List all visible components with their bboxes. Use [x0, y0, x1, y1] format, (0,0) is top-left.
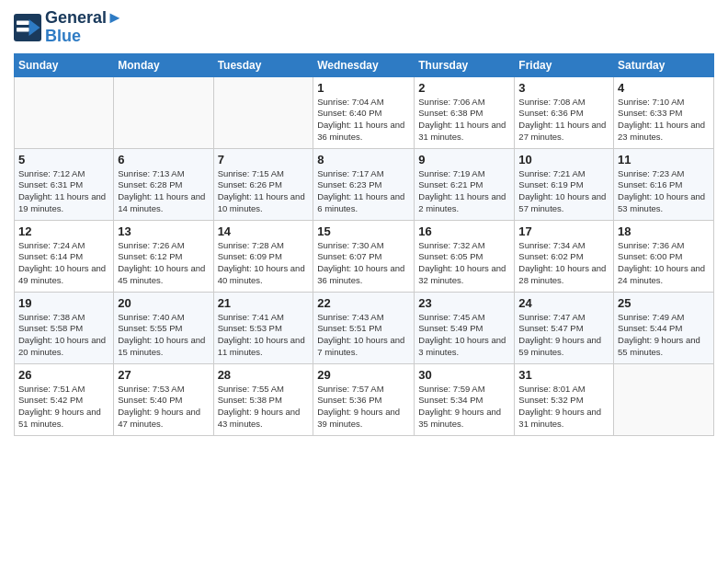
- day-number: 21: [218, 296, 310, 310]
- calendar-cell: 1Sunrise: 7:04 AM Sunset: 6:40 PM Daylig…: [313, 76, 415, 148]
- calendar-cell: 3Sunrise: 7:08 AM Sunset: 6:36 PM Daylig…: [515, 76, 614, 148]
- day-info: Sunrise: 7:57 AM Sunset: 5:36 PM Dayligh…: [317, 384, 410, 431]
- calendar-cell: [15, 76, 114, 148]
- day-number: 14: [218, 224, 310, 238]
- weekday-header-saturday: Saturday: [614, 53, 714, 76]
- calendar-cell: 5Sunrise: 7:12 AM Sunset: 6:31 PM Daylig…: [15, 148, 114, 220]
- day-number: 29: [317, 368, 410, 382]
- day-info: Sunrise: 7:34 AM Sunset: 6:02 PM Dayligh…: [518, 240, 609, 287]
- day-info: Sunrise: 7:41 AM Sunset: 5:53 PM Dayligh…: [218, 312, 310, 359]
- day-info: Sunrise: 7:08 AM Sunset: 6:36 PM Dayligh…: [518, 97, 609, 144]
- day-info: Sunrise: 7:13 AM Sunset: 6:28 PM Dayligh…: [118, 168, 209, 215]
- day-number: 28: [218, 368, 310, 382]
- calendar-cell: 10Sunrise: 7:21 AM Sunset: 6:19 PM Dayli…: [515, 148, 614, 220]
- week-row-1: 1Sunrise: 7:04 AM Sunset: 6:40 PM Daylig…: [15, 76, 714, 148]
- day-number: 13: [118, 224, 209, 238]
- calendar-cell: 13Sunrise: 7:26 AM Sunset: 6:12 PM Dayli…: [114, 220, 213, 292]
- week-row-4: 19Sunrise: 7:38 AM Sunset: 5:58 PM Dayli…: [15, 292, 714, 363]
- day-info: Sunrise: 7:23 AM Sunset: 6:16 PM Dayligh…: [618, 168, 710, 215]
- day-number: 18: [618, 224, 710, 238]
- week-row-5: 26Sunrise: 7:51 AM Sunset: 5:42 PM Dayli…: [15, 363, 714, 435]
- day-number: 26: [18, 368, 109, 382]
- calendar-cell: 29Sunrise: 7:57 AM Sunset: 5:36 PM Dayli…: [313, 363, 415, 435]
- calendar-cell: 18Sunrise: 7:36 AM Sunset: 6:00 PM Dayli…: [614, 220, 714, 292]
- weekday-header-wednesday: Wednesday: [313, 53, 415, 76]
- calendar-cell: 21Sunrise: 7:41 AM Sunset: 5:53 PM Dayli…: [213, 292, 313, 363]
- day-number: 5: [18, 153, 109, 167]
- day-info: Sunrise: 7:19 AM Sunset: 6:21 PM Dayligh…: [418, 168, 510, 215]
- weekday-header-sunday: Sunday: [15, 53, 114, 76]
- day-number: 24: [518, 296, 609, 310]
- calendar-cell: 28Sunrise: 7:55 AM Sunset: 5:38 PM Dayli…: [213, 363, 313, 435]
- calendar-cell: 22Sunrise: 7:43 AM Sunset: 5:51 PM Dayli…: [313, 292, 415, 363]
- logo-icon: [14, 14, 41, 41]
- calendar-cell: [114, 76, 213, 148]
- calendar-cell: 2Sunrise: 7:06 AM Sunset: 6:38 PM Daylig…: [415, 76, 515, 148]
- day-info: Sunrise: 7:06 AM Sunset: 6:38 PM Dayligh…: [418, 97, 510, 144]
- day-info: Sunrise: 7:59 AM Sunset: 5:34 PM Dayligh…: [418, 384, 510, 431]
- weekday-header-row: SundayMondayTuesdayWednesdayThursdayFrid…: [15, 53, 714, 76]
- day-info: Sunrise: 7:38 AM Sunset: 5:58 PM Dayligh…: [18, 312, 109, 359]
- day-info: Sunrise: 7:30 AM Sunset: 6:07 PM Dayligh…: [317, 240, 410, 287]
- day-number: 7: [218, 153, 310, 167]
- day-number: 27: [118, 368, 209, 382]
- day-number: 8: [317, 153, 410, 167]
- day-info: Sunrise: 7:55 AM Sunset: 5:38 PM Dayligh…: [218, 384, 310, 431]
- calendar-cell: 20Sunrise: 7:40 AM Sunset: 5:55 PM Dayli…: [114, 292, 213, 363]
- day-number: 6: [118, 153, 209, 167]
- page-container: General► Blue SundayMondayTuesdayWednesd…: [0, 0, 728, 445]
- calendar-cell: 9Sunrise: 7:19 AM Sunset: 6:21 PM Daylig…: [415, 148, 515, 220]
- day-number: 30: [418, 368, 510, 382]
- day-info: Sunrise: 7:45 AM Sunset: 5:49 PM Dayligh…: [418, 312, 510, 359]
- weekday-header-thursday: Thursday: [415, 53, 515, 76]
- day-number: 3: [518, 81, 609, 95]
- day-number: 16: [418, 224, 510, 238]
- calendar-cell: 19Sunrise: 7:38 AM Sunset: 5:58 PM Dayli…: [15, 292, 114, 363]
- day-info: Sunrise: 7:36 AM Sunset: 6:00 PM Dayligh…: [618, 240, 710, 287]
- calendar-table: SundayMondayTuesdayWednesdayThursdayFrid…: [14, 53, 714, 436]
- weekday-header-tuesday: Tuesday: [213, 53, 313, 76]
- calendar-cell: 12Sunrise: 7:24 AM Sunset: 6:14 PM Dayli…: [15, 220, 114, 292]
- day-number: 19: [18, 296, 109, 310]
- day-number: 20: [118, 296, 209, 310]
- logo: General► Blue: [14, 9, 123, 46]
- calendar-cell: 4Sunrise: 7:10 AM Sunset: 6:33 PM Daylig…: [614, 76, 714, 148]
- calendar-cell: 31Sunrise: 8:01 AM Sunset: 5:32 PM Dayli…: [515, 363, 614, 435]
- day-info: Sunrise: 7:43 AM Sunset: 5:51 PM Dayligh…: [317, 312, 410, 359]
- calendar-cell: [213, 76, 313, 148]
- day-info: Sunrise: 7:28 AM Sunset: 6:09 PM Dayligh…: [218, 240, 310, 287]
- calendar-cell: 26Sunrise: 7:51 AM Sunset: 5:42 PM Dayli…: [15, 363, 114, 435]
- day-number: 22: [317, 296, 410, 310]
- calendar-cell: 11Sunrise: 7:23 AM Sunset: 6:16 PM Dayli…: [614, 148, 714, 220]
- calendar-cell: 8Sunrise: 7:17 AM Sunset: 6:23 PM Daylig…: [313, 148, 415, 220]
- calendar-cell: 16Sunrise: 7:32 AM Sunset: 6:05 PM Dayli…: [415, 220, 515, 292]
- day-number: 9: [418, 153, 510, 167]
- day-info: Sunrise: 7:17 AM Sunset: 6:23 PM Dayligh…: [317, 168, 410, 215]
- day-info: Sunrise: 7:32 AM Sunset: 6:05 PM Dayligh…: [418, 240, 510, 287]
- calendar-cell: [614, 363, 714, 435]
- day-info: Sunrise: 7:04 AM Sunset: 6:40 PM Dayligh…: [317, 97, 410, 144]
- day-info: Sunrise: 8:01 AM Sunset: 5:32 PM Dayligh…: [518, 384, 609, 431]
- day-info: Sunrise: 7:40 AM Sunset: 5:55 PM Dayligh…: [118, 312, 209, 359]
- day-info: Sunrise: 7:47 AM Sunset: 5:47 PM Dayligh…: [518, 312, 609, 359]
- calendar-cell: 30Sunrise: 7:59 AM Sunset: 5:34 PM Dayli…: [415, 363, 515, 435]
- day-info: Sunrise: 7:26 AM Sunset: 6:12 PM Dayligh…: [118, 240, 209, 287]
- week-row-2: 5Sunrise: 7:12 AM Sunset: 6:31 PM Daylig…: [15, 148, 714, 220]
- svg-rect-3: [17, 28, 29, 32]
- day-number: 10: [518, 153, 609, 167]
- calendar-cell: 7Sunrise: 7:15 AM Sunset: 6:26 PM Daylig…: [213, 148, 313, 220]
- day-number: 11: [618, 153, 710, 167]
- day-number: 31: [518, 368, 609, 382]
- day-info: Sunrise: 7:51 AM Sunset: 5:42 PM Dayligh…: [18, 384, 109, 431]
- day-number: 2: [418, 81, 510, 95]
- calendar-cell: 14Sunrise: 7:28 AM Sunset: 6:09 PM Dayli…: [213, 220, 313, 292]
- day-info: Sunrise: 7:15 AM Sunset: 6:26 PM Dayligh…: [218, 168, 310, 215]
- calendar-cell: 24Sunrise: 7:47 AM Sunset: 5:47 PM Dayli…: [515, 292, 614, 363]
- calendar-cell: 23Sunrise: 7:45 AM Sunset: 5:49 PM Dayli…: [415, 292, 515, 363]
- day-number: 17: [518, 224, 609, 238]
- day-number: 15: [317, 224, 410, 238]
- day-info: Sunrise: 7:53 AM Sunset: 5:40 PM Dayligh…: [118, 384, 209, 431]
- calendar-cell: 15Sunrise: 7:30 AM Sunset: 6:07 PM Dayli…: [313, 220, 415, 292]
- day-info: Sunrise: 7:10 AM Sunset: 6:33 PM Dayligh…: [618, 97, 710, 144]
- calendar-cell: 25Sunrise: 7:49 AM Sunset: 5:44 PM Dayli…: [614, 292, 714, 363]
